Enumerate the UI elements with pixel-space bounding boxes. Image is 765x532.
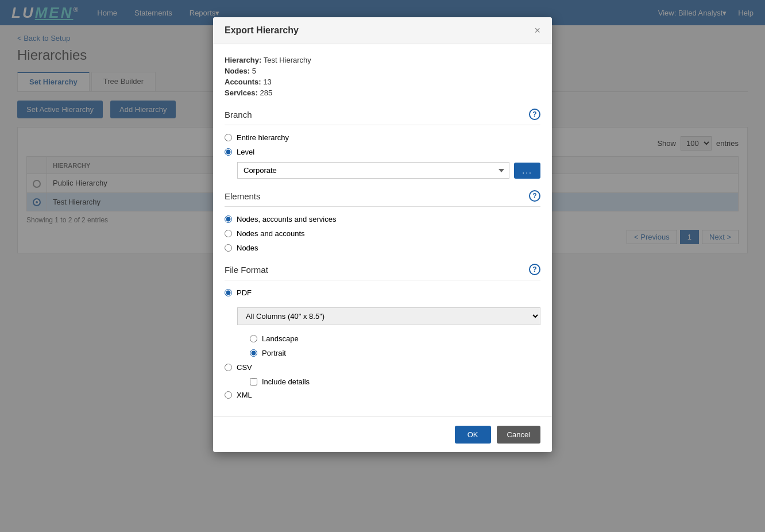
branch-help-icon[interactable]: ?: [529, 109, 540, 120]
branch-title: Branch: [225, 110, 252, 119]
file-format-section: File Format ? PDF All Columns (40" x 8.5…: [225, 264, 540, 399]
csv-label: CSV: [237, 363, 252, 372]
modal-overlay: Export Hierarchy × Hierarchy: Test Hiera…: [0, 0, 765, 532]
portrait-label: Portrait: [262, 349, 286, 357]
elements-section: Elements ? Nodes, accounts and services …: [225, 190, 540, 252]
level-option[interactable]: Level: [225, 148, 540, 156]
pdf-option[interactable]: PDF: [225, 288, 540, 297]
portrait-radio[interactable]: [250, 349, 257, 357]
nodes-radio[interactable]: [225, 244, 232, 252]
entire-hierarchy-label: Entire hierarchy: [237, 133, 289, 142]
xml-option[interactable]: XML: [225, 391, 540, 399]
elements-help-icon[interactable]: ?: [529, 190, 540, 202]
csv-option[interactable]: CSV: [225, 363, 540, 372]
page-background: LUMEN® Home Statements Reports▾ View: Bi…: [0, 0, 765, 532]
modal-header: Export Hierarchy ×: [213, 17, 552, 44]
branch-section: Branch ? Entire hierarchy Level Corporat…: [225, 109, 540, 179]
ok-button[interactable]: OK: [455, 426, 491, 444]
include-details-checkbox[interactable]: [250, 378, 257, 385]
nodes-accounts-label: Nodes and accounts: [237, 229, 305, 238]
xml-radio[interactable]: [225, 391, 232, 399]
dots-button[interactable]: ...: [514, 163, 540, 179]
nodes-label: Nodes: [237, 244, 258, 252]
cancel-button[interactable]: Cancel: [497, 426, 540, 444]
entire-hierarchy-radio[interactable]: [225, 134, 232, 141]
landscape-option[interactable]: Landscape: [250, 334, 540, 343]
nodes-accounts-option[interactable]: Nodes and accounts: [225, 229, 540, 238]
landscape-radio[interactable]: [250, 335, 257, 342]
elements-title: Elements: [225, 191, 261, 201]
file-format-header: File Format ?: [225, 264, 540, 280]
pdf-radio[interactable]: [225, 289, 232, 296]
meta-accounts: Accounts: 13: [225, 78, 540, 86]
modal-footer: OK Cancel: [213, 417, 552, 452]
modal-close-button[interactable]: ×: [534, 25, 540, 36]
meta-hierarchy: Hierarchy: Test Hierarchy: [225, 56, 540, 64]
entire-hierarchy-option[interactable]: Entire hierarchy: [225, 133, 540, 142]
landscape-label: Landscape: [262, 334, 299, 343]
modal-body: Hierarchy: Test Hierarchy Nodes: 5 Accou…: [213, 44, 552, 417]
branch-header: Branch ?: [225, 109, 540, 125]
nodes-accounts-services-label: Nodes, accounts and services: [237, 215, 336, 223]
nodes-accounts-services-radio[interactable]: [225, 215, 232, 223]
level-label: Level: [237, 148, 254, 156]
csv-radio[interactable]: [225, 364, 232, 371]
level-radio[interactable]: [225, 148, 232, 156]
meta-services: Services: 285: [225, 88, 540, 97]
nodes-accounts-radio[interactable]: [225, 230, 232, 237]
level-select[interactable]: Corporate: [237, 162, 509, 179]
nodes-accounts-services-option[interactable]: Nodes, accounts and services: [225, 215, 540, 223]
include-details-option[interactable]: Include details: [250, 377, 540, 386]
meta-nodes: Nodes: 5: [225, 67, 540, 75]
level-row: Corporate ...: [237, 162, 540, 179]
include-details-label: Include details: [262, 377, 310, 386]
file-format-title: File Format: [225, 265, 268, 275]
modal-title: Export Hierarchy: [225, 25, 299, 36]
nodes-option[interactable]: Nodes: [225, 244, 540, 252]
xml-label: XML: [237, 391, 252, 399]
pdf-label: PDF: [237, 288, 252, 297]
orientation-options: Landscape Portrait: [250, 334, 540, 357]
pdf-columns-select[interactable]: All Columns (40" x 8.5"): [237, 307, 540, 325]
portrait-option[interactable]: Portrait: [250, 349, 540, 357]
export-hierarchy-modal: Export Hierarchy × Hierarchy: Test Hiera…: [213, 17, 552, 452]
file-format-help-icon[interactable]: ?: [529, 264, 540, 275]
elements-header: Elements ?: [225, 190, 540, 207]
